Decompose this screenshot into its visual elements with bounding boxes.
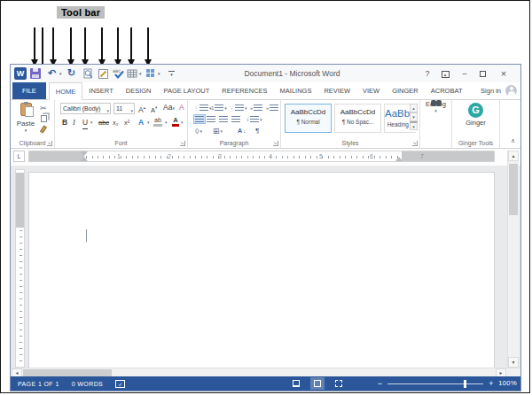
- bullets-button[interactable]: ⋮▾: [193, 103, 212, 112]
- font-color-button[interactable]: A: [172, 117, 179, 127]
- align-center-button[interactable]: [207, 114, 215, 124]
- customize-qat-icon[interactable]: ▾: [168, 71, 175, 77]
- horizontal-scrollbar[interactable]: ◂ ▸: [11, 368, 520, 376]
- tab-ginger[interactable]: GINGER: [386, 82, 425, 99]
- change-case-button[interactable]: Aa▾: [163, 102, 175, 114]
- zoom-out-button[interactable]: −: [378, 377, 383, 390]
- page-count[interactable]: PAGE 1 OF 1: [18, 381, 59, 387]
- word-count[interactable]: 0 WORDS: [72, 381, 103, 387]
- font-size-combo[interactable]: 11 ▾: [113, 103, 135, 114]
- scroll-up-button[interactable]: ▴: [508, 151, 519, 161]
- tab-file[interactable]: FILE: [12, 82, 46, 99]
- highlight-button[interactable]: ab: [153, 117, 162, 127]
- multilevel-list-button[interactable]: ⋱▾: [229, 103, 247, 112]
- tab-page-layout[interactable]: PAGE LAYOUT: [157, 82, 215, 99]
- redo-icon[interactable]: ↻: [67, 66, 75, 80]
- font-family-combo[interactable]: Calibri (Body) ▾: [60, 103, 111, 114]
- ginger-button[interactable]: G Ginger: [452, 103, 499, 127]
- undo-dropdown-caret[interactable]: ▾: [59, 71, 62, 76]
- minimize-button[interactable]: –: [457, 65, 473, 82]
- save-icon[interactable]: [30, 68, 41, 79]
- tab-acrobat[interactable]: ACROBAT: [425, 82, 469, 99]
- tab-mailings[interactable]: MAILINGS: [274, 82, 318, 99]
- read-mode-button[interactable]: [289, 377, 303, 390]
- numbering-button[interactable]: 1▾: [211, 103, 227, 112]
- gridlines-dropdown-caret[interactable]: ▾: [158, 71, 160, 76]
- clear-formatting-button[interactable]: A: [179, 102, 184, 113]
- maximize-button[interactable]: [474, 65, 490, 82]
- print-preview-icon[interactable]: [82, 68, 94, 80]
- horizontal-scroll-thumb[interactable]: [23, 369, 112, 376]
- horizontal-ruler[interactable]: 1 2 3 4 5 6 7: [28, 151, 495, 162]
- paste-dropdown-caret[interactable]: ▾: [13, 128, 38, 133]
- tab-insert[interactable]: INSERT: [82, 82, 119, 99]
- text-effects-caret[interactable]: ▾: [147, 117, 150, 128]
- spelling-grammar-icon[interactable]: ABC: [112, 68, 125, 80]
- table-dropdown-caret[interactable]: ▾: [139, 71, 142, 76]
- vertical-ruler[interactable]: [15, 169, 25, 368]
- italic-button[interactable]: I: [73, 117, 75, 128]
- tab-review[interactable]: REVIEW: [317, 82, 356, 99]
- underline-caret[interactable]: ▾: [90, 117, 93, 128]
- grow-font-button[interactable]: A▴: [138, 102, 145, 116]
- vertical-scroll-thumb[interactable]: [509, 164, 518, 215]
- sort-button[interactable]: A↓: [238, 126, 246, 136]
- undo-icon[interactable]: ↶: [48, 66, 56, 80]
- format-painter-icon[interactable]: [40, 126, 47, 134]
- zoom-in-button[interactable]: +: [489, 377, 494, 390]
- paste-button[interactable]: Paste ▾: [13, 103, 38, 136]
- bold-button[interactable]: B: [62, 117, 67, 128]
- style-no-spacing[interactable]: AaBbCcDd ¶ No Spac...: [334, 104, 381, 133]
- table-icon[interactable]: [127, 68, 138, 80]
- scroll-down-button[interactable]: ▾: [508, 357, 519, 368]
- collapse-ribbon-button[interactable]: ∧: [511, 137, 515, 144]
- cut-icon[interactable]: ✂: [40, 104, 47, 112]
- editing-button[interactable]: Editing ▾: [420, 100, 451, 113]
- tab-home[interactable]: HOME: [49, 82, 83, 100]
- decrease-indent-button[interactable]: «: [250, 103, 262, 112]
- tab-design[interactable]: DESIGN: [120, 82, 158, 99]
- styles-more-button[interactable]: ▾: [410, 121, 418, 130]
- proofing-status-icon[interactable]: ✓: [115, 380, 125, 388]
- shrink-font-button[interactable]: A▾: [151, 102, 157, 116]
- justify-button[interactable]: [231, 114, 240, 124]
- highlight-caret[interactable]: ▾: [165, 117, 168, 128]
- sign-in-button[interactable]: Sign in: [481, 82, 520, 99]
- superscript-button[interactable]: x²: [124, 117, 129, 128]
- document-page[interactable]: [28, 172, 495, 368]
- styles-dialog-launcher[interactable]: ↘: [412, 141, 418, 146]
- styles-scroll-down[interactable]: ▾: [410, 112, 418, 121]
- style-normal[interactable]: AaBbCcDd ¶ Normal: [285, 104, 332, 133]
- ribbon-display-options-button[interactable]: ▴: [437, 65, 453, 82]
- zoom-slider-thumb[interactable]: [464, 380, 466, 388]
- text-effects-button[interactable]: A: [138, 117, 144, 128]
- show-hide-pilcrow-button[interactable]: ¶: [255, 126, 259, 136]
- tab-references[interactable]: REFERENCES: [215, 82, 273, 99]
- print-layout-button[interactable]: [310, 377, 325, 390]
- paragraph-dialog-launcher[interactable]: ↘: [273, 141, 278, 146]
- gridlines-icon[interactable]: [145, 68, 156, 79]
- clipboard-dialog-launcher[interactable]: ↘: [47, 141, 52, 146]
- tab-stop-selector[interactable]: L: [13, 151, 25, 162]
- shading-button[interactable]: ◊▾: [195, 126, 202, 136]
- align-right-button[interactable]: [219, 114, 228, 124]
- strikethrough-button[interactable]: abc: [98, 117, 109, 128]
- right-indent-marker[interactable]: [395, 153, 403, 161]
- increase-indent-button[interactable]: »: [266, 103, 278, 112]
- close-button[interactable]: ×: [496, 65, 512, 82]
- zoom-level[interactable]: 100%: [498, 376, 517, 391]
- tab-view[interactable]: VIEW: [356, 82, 386, 99]
- vertical-scrollbar[interactable]: ▴ ▾: [507, 151, 519, 368]
- left-indent-marker[interactable]: [81, 153, 88, 161]
- styles-scroll-up[interactable]: ▴: [410, 104, 418, 112]
- font-dialog-launcher[interactable]: ↘: [180, 141, 185, 146]
- underline-button[interactable]: U: [82, 117, 88, 129]
- borders-button[interactable]: ⊞▾: [213, 126, 223, 136]
- help-button[interactable]: ?: [419, 65, 435, 82]
- zoom-slider-track[interactable]: [387, 383, 483, 384]
- web-layout-button[interactable]: [332, 377, 346, 390]
- subscript-button[interactable]: x₂: [113, 117, 119, 128]
- align-left-button[interactable]: [193, 114, 206, 124]
- line-spacing-button[interactable]: ↕▾: [246, 114, 262, 124]
- font-color-caret[interactable]: ▾: [181, 117, 184, 128]
